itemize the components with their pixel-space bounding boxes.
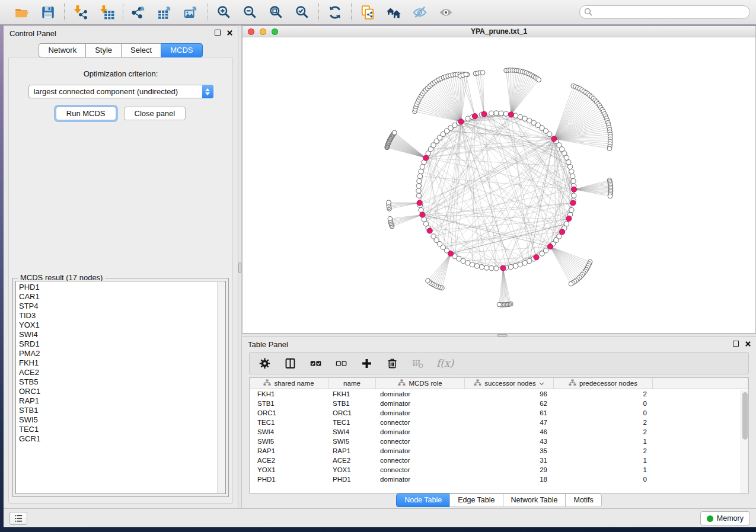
window-close-icon[interactable] <box>248 28 254 35</box>
import-network-button[interactable] <box>72 4 89 21</box>
export-image-button[interactable] <box>183 4 200 21</box>
save-session-button[interactable] <box>40 4 56 21</box>
tab-network-table[interactable]: Network Table <box>503 493 566 507</box>
close-panel-icon[interactable] <box>226 29 233 36</box>
select-all-button[interactable] <box>309 356 322 370</box>
list-item[interactable]: SWI4 <box>19 330 225 339</box>
graph-node-dominator[interactable] <box>547 244 553 249</box>
column-view-button[interactable] <box>283 356 296 370</box>
settings-gear-button[interactable] <box>258 356 271 370</box>
result-list-scrollbar[interactable] <box>217 282 225 493</box>
list-item[interactable]: STP4 <box>19 302 225 311</box>
list-item[interactable]: GCR1 <box>19 434 225 444</box>
list-item[interactable]: SWI5 <box>19 415 225 425</box>
graph-node-dominator[interactable] <box>448 251 453 256</box>
zoom-out-button[interactable] <box>242 4 259 21</box>
memory-button[interactable]: Memory <box>700 511 750 525</box>
window-minimize-icon[interactable] <box>260 28 266 35</box>
horizontal-splitter-handle[interactable] <box>497 334 508 336</box>
table-row[interactable]: FKH1FKH1dominator962 <box>250 389 748 399</box>
tab-network[interactable]: Network <box>39 43 86 57</box>
table-row[interactable]: YOX1YOX1connector291 <box>250 465 748 475</box>
list-item[interactable]: ORC1 <box>19 387 225 396</box>
zoom-selected-button[interactable] <box>294 4 311 21</box>
list-item[interactable]: CAR1 <box>19 292 225 302</box>
graph-node-dominator[interactable] <box>481 111 487 117</box>
graph-node-dominator[interactable] <box>472 114 477 119</box>
list-item[interactable]: RAP1 <box>19 396 225 406</box>
list-item[interactable]: FKH1 <box>19 358 225 368</box>
table-scrollbar[interactable] <box>741 390 748 493</box>
list-item[interactable]: ACE2 <box>19 368 225 377</box>
search-input[interactable] <box>579 5 750 19</box>
graph-node-dominator[interactable] <box>458 119 464 124</box>
table-row[interactable]: SWI4SWI4dominator462 <box>250 427 748 437</box>
criterion-dropdown[interactable]: largest connected component (undirected) <box>28 85 213 98</box>
add-column-button[interactable] <box>360 356 373 370</box>
window-maximize-icon[interactable] <box>272 28 278 35</box>
list-item[interactable]: PMA2 <box>19 349 225 358</box>
zoom-in-button[interactable] <box>216 4 232 21</box>
list-item[interactable]: PHD1 <box>19 283 225 292</box>
hide-selected-button[interactable] <box>412 4 428 21</box>
float-table-panel-icon[interactable] <box>733 341 739 347</box>
tab-mcds[interactable]: MCDS <box>161 43 202 57</box>
table-row[interactable]: TEC1TEC1connector472 <box>250 418 748 427</box>
home-button[interactable] <box>385 4 402 21</box>
export-network-button[interactable] <box>131 4 148 21</box>
graph-node-dominator[interactable] <box>423 155 429 161</box>
zoom-fit-button[interactable] <box>268 4 285 21</box>
list-item[interactable]: TEC1 <box>19 425 225 434</box>
graph-node-dominator[interactable] <box>534 255 539 260</box>
list-item[interactable]: TID3 <box>19 311 225 321</box>
float-panel-icon[interactable] <box>215 30 221 36</box>
list-item[interactable]: SRD1 <box>19 339 225 349</box>
graph-node-dominator[interactable] <box>417 200 422 206</box>
graph-node-dominator[interactable] <box>420 212 425 217</box>
close-panel-button[interactable]: Close panel <box>124 107 186 120</box>
graph-node-dominator[interactable] <box>508 112 513 117</box>
column-header-name[interactable]: name <box>328 378 376 389</box>
copy-network-button[interactable] <box>359 4 376 21</box>
tab-select[interactable]: Select <box>121 43 161 57</box>
graph-node-dominator[interactable] <box>427 228 432 233</box>
graph-node-dominator[interactable] <box>566 216 572 221</box>
table-row[interactable]: ACE2ACE2connector311 <box>250 456 748 465</box>
tab-edge-table[interactable]: Edge Table <box>449 493 503 507</box>
list-item[interactable]: YOX1 <box>19 321 225 330</box>
tab-node-table[interactable]: Node Table <box>396 493 450 507</box>
graph-node-dominator[interactable] <box>551 136 557 142</box>
column-header-successor-nodes[interactable]: successor nodes <box>465 378 554 389</box>
table-scrollbar-thumb[interactable] <box>742 392 748 440</box>
table-row[interactable]: ORC1ORC1dominator610 <box>250 408 748 418</box>
table-row[interactable]: STB1STB1dominator620 <box>250 399 748 408</box>
graph-node-dominator[interactable] <box>500 265 506 271</box>
list-item[interactable]: STB5 <box>19 377 225 387</box>
graph-node-dominator[interactable] <box>570 200 576 206</box>
deselect-all-button[interactable] <box>334 356 347 370</box>
table-row[interactable]: SWI5SWI5connector431 <box>250 437 748 446</box>
tab-style[interactable]: Style <box>85 43 122 57</box>
graph-node-dominator[interactable] <box>571 187 576 192</box>
run-mcds-button[interactable]: Run MCDS <box>56 107 116 120</box>
export-table-button[interactable] <box>157 4 174 21</box>
show-all-button[interactable] <box>438 4 454 21</box>
network-window-titlebar[interactable]: YPA_prune.txt_1 <box>243 26 755 37</box>
close-table-panel-icon[interactable] <box>744 340 751 347</box>
table-row[interactable]: PHD1PHD1dominator180 <box>250 475 748 484</box>
column-header-predecessor-nodes[interactable]: predecessor nodes <box>554 378 653 389</box>
tab-motifs[interactable]: Motifs <box>565 493 601 507</box>
refresh-button[interactable] <box>327 4 343 21</box>
vertical-splitter[interactable] <box>238 25 242 508</box>
graph-node-dominator[interactable] <box>560 229 565 235</box>
import-table-button[interactable] <box>98 4 115 21</box>
show-panels-button[interactable] <box>9 512 27 525</box>
vertical-splitter-handle[interactable] <box>238 262 241 273</box>
table-row[interactable]: RAP1RAP1dominator352 <box>250 446 748 456</box>
column-header-MCDS-role[interactable]: MCDS role <box>376 378 465 389</box>
column-header-shared-name[interactable]: shared name <box>250 378 328 389</box>
open-file-button[interactable] <box>14 4 30 21</box>
list-item[interactable]: STB1 <box>19 406 225 415</box>
network-canvas[interactable] <box>243 38 755 333</box>
delete-column-button[interactable] <box>385 356 398 370</box>
